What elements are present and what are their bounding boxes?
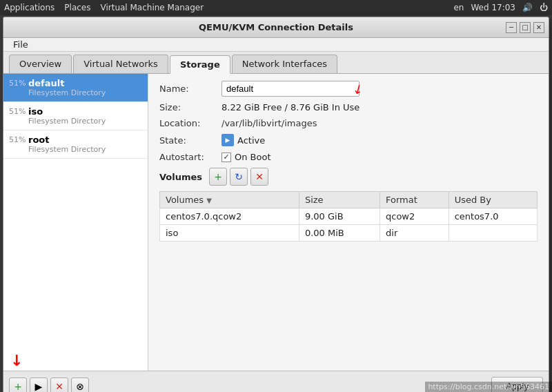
storage-sidebar: 51% default Filesystem Directory 51% iso…	[3, 74, 148, 371]
autostart-label: Autostart:	[159, 152, 221, 162]
sidebar-pct-root: 51%	[9, 135, 28, 144]
vol-name-0: centos7.0.qcow2	[160, 208, 299, 225]
col-size[interactable]: Size	[299, 192, 379, 208]
tab-storage[interactable]: Storage	[170, 55, 230, 74]
table-row[interactable]: centos7.0.qcow2 9.00 GiB qcow2 centos7.0	[160, 208, 538, 225]
start-storage-button[interactable]: ▶	[30, 378, 48, 393]
places-menu[interactable]: Places	[64, 3, 90, 12]
col-used-by[interactable]: Used By	[448, 192, 537, 208]
sidebar-pct-iso: 51%	[9, 106, 28, 116]
clock: Wed 17:03	[471, 3, 515, 12]
sidebar-item-iso[interactable]: 51% iso Filesystem Directory	[3, 102, 148, 130]
sidebar-type-iso: Filesystem Directory	[28, 117, 106, 126]
size-row: Size: 8.22 GiB Free / 8.76 GiB In Use	[159, 102, 538, 112]
vol-usedby-1	[448, 225, 537, 242]
size-label: Size:	[159, 102, 221, 112]
maximize-button[interactable]: □	[520, 22, 531, 33]
power-icon[interactable]: ⏻	[540, 3, 548, 12]
sidebar-name-root: root	[28, 135, 106, 145]
menu-bar: File	[3, 38, 549, 52]
autostart-value: On Boot	[235, 152, 271, 162]
state-value: Active	[237, 135, 265, 146]
sidebar-item-default[interactable]: 51% default Filesystem Directory	[3, 74, 148, 102]
col-format[interactable]: Format	[380, 192, 449, 208]
vol-format-1: dir	[380, 225, 449, 242]
locale-indicator: en	[453, 3, 464, 12]
manager-menu[interactable]: Virtual Machine Manager	[100, 3, 204, 12]
add-volume-button[interactable]: +	[209, 168, 227, 186]
sidebar-pct-default: 51%	[9, 78, 28, 88]
sidebar-type-default: Filesystem Directory	[28, 88, 106, 97]
system-bar: Applications Places Virtual Machine Mana…	[0, 0, 552, 15]
location-value: /var/lib/libvirt/images	[221, 118, 317, 128]
main-window: QEMU/KVM Connection Details ─ □ ✕ File O…	[3, 17, 549, 392]
file-menu[interactable]: File	[9, 38, 32, 51]
location-row: Location: /var/lib/libvirt/images	[159, 118, 538, 128]
volumes-label: Volumes	[159, 172, 202, 182]
detail-panel: Name: ↙ Size: 8.22 GiB Free / 8.76 GiB I…	[148, 74, 549, 371]
refresh-volumes-button[interactable]: ↻	[230, 168, 248, 186]
window-controls: ─ □ ✕	[506, 22, 544, 33]
sidebar-item-root[interactable]: 51% root Filesystem Directory	[3, 130, 148, 159]
location-label: Location:	[159, 118, 221, 128]
sidebar-info-default: default Filesystem Directory	[28, 78, 106, 97]
name-label: Name:	[159, 84, 221, 94]
bottom-left-buttons: + ▶ ✕ ⊗	[9, 378, 89, 393]
volumes-table: Volumes ▼ Size Format Used By centos7.0.…	[159, 191, 538, 242]
col-volumes-label: Volumes	[166, 195, 204, 205]
table-row[interactable]: iso 0.00 MiB dir	[160, 225, 538, 242]
window-title: QEMU/KVM Connection Details	[199, 22, 353, 32]
size-value: 8.22 GiB Free / 8.76 GiB In Use	[221, 102, 359, 112]
volumes-header: Volumes + ↻ ✕	[159, 168, 538, 186]
tab-overview[interactable]: Overview	[9, 55, 72, 73]
vol-usedby-0: centos7.0	[448, 208, 537, 225]
vol-size-0: 9.00 GiB	[299, 208, 379, 225]
vol-size-1: 0.00 MiB	[299, 225, 379, 242]
delete-volume-button[interactable]: ✕	[250, 168, 268, 186]
minimize-button[interactable]: ─	[506, 22, 517, 33]
sidebar-name-iso: iso	[28, 106, 106, 117]
main-content: 51% default Filesystem Directory 51% iso…	[3, 74, 549, 371]
app-menu[interactable]: Applications	[4, 3, 55, 12]
add-storage-button[interactable]: +	[9, 378, 27, 393]
state-icon	[221, 134, 234, 146]
sidebar-info-iso: iso Filesystem Directory	[28, 106, 106, 126]
state-row: State: Active	[159, 134, 538, 146]
autostart-checkbox[interactable]	[221, 153, 231, 162]
name-row: Name: ↙	[159, 81, 538, 97]
tab-network-interfaces[interactable]: Network Interfaces	[232, 55, 337, 73]
sidebar-name-default: default	[28, 78, 106, 88]
col-volumes[interactable]: Volumes ▼	[160, 192, 299, 208]
tab-virtual-networks[interactable]: Virtual Networks	[73, 55, 168, 73]
close-button[interactable]: ✕	[533, 22, 544, 33]
name-input[interactable]	[221, 81, 359, 97]
stop-storage-button[interactable]: ✕	[50, 378, 68, 393]
delete-storage-button[interactable]: ⊗	[71, 378, 89, 393]
vol-format-0: qcow2	[380, 208, 449, 225]
sort-arrow: ▼	[206, 197, 212, 204]
sidebar-type-root: Filesystem Directory	[28, 145, 106, 154]
watermark: https://blog.csdn.net/wn963461	[425, 382, 552, 392]
state-label: State:	[159, 135, 221, 146]
autostart-row: Autostart: On Boot	[159, 152, 538, 162]
tab-bar: Overview Virtual Networks Storage Networ…	[3, 52, 549, 74]
window-titlebar: QEMU/KVM Connection Details ─ □ ✕	[3, 17, 549, 38]
vol-name-1: iso	[160, 225, 299, 242]
volume-icon[interactable]: 🔊	[522, 3, 533, 12]
sidebar-info-root: root Filesystem Directory	[28, 135, 106, 154]
